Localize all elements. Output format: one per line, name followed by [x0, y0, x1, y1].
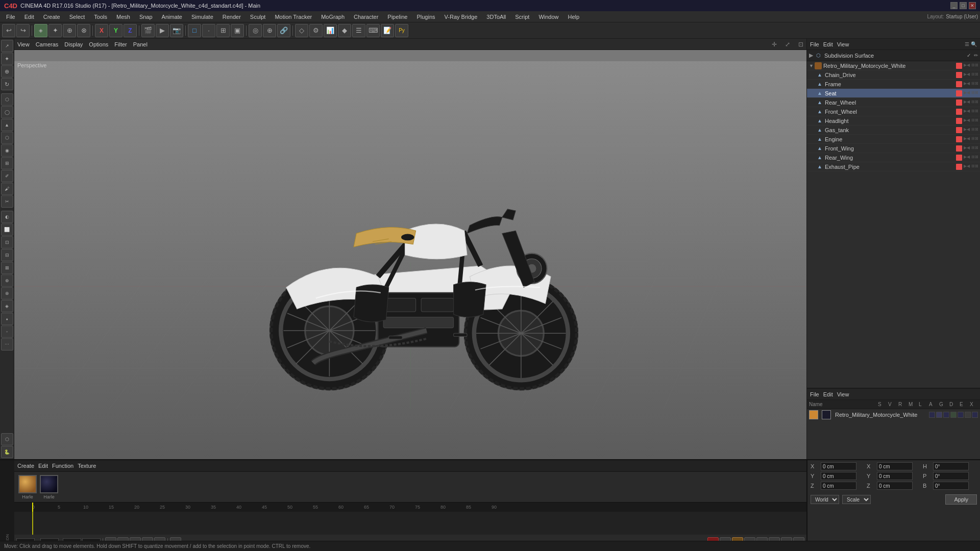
- obj-color-frontwing[interactable]: [956, 145, 962, 152]
- obj-row-frame[interactable]: ▲ Frame ▶◀ ⊞⊠: [807, 80, 980, 89]
- snap-button[interactable]: 🔗: [277, 24, 290, 37]
- tool-knife[interactable]: ✂: [1, 195, 13, 208]
- tool-7[interactable]: ✐: [1, 170, 13, 182]
- tool-g[interactable]: ⬧: [1, 313, 13, 325]
- subdiv-checkmark[interactable]: ✓: [967, 53, 971, 58]
- obj-vis-seat[interactable]: ▶◀: [964, 90, 970, 96]
- obj-lock-headlight[interactable]: ⊞⊠: [971, 118, 978, 124]
- obj-vis-gastank[interactable]: ▶◀: [964, 127, 970, 133]
- subdivision-surface-row[interactable]: ▶ ⬡ Subdivision Surface ✓ ✏: [807, 50, 980, 61]
- materials-button[interactable]: ◆: [338, 24, 351, 37]
- pz-input[interactable]: [877, 482, 913, 490]
- tool-k[interactable]: 🐍: [1, 446, 13, 458]
- obj-color-rearwing[interactable]: [956, 155, 962, 161]
- py-input[interactable]: [877, 472, 913, 480]
- panel-menu[interactable]: Panel: [133, 41, 148, 47]
- obj-vis-rearwheel[interactable]: ▶◀: [964, 99, 970, 106]
- obj-row-frontwing[interactable]: ▲ Front_Wing ▶◀ ⊞⊠: [807, 144, 980, 153]
- z-axis-button[interactable]: Z: [124, 24, 137, 37]
- cameras-menu[interactable]: Cameras: [36, 41, 59, 47]
- scale-button[interactable]: ⊕: [63, 24, 76, 37]
- mat-swatch-item-2[interactable]: Harle: [40, 475, 58, 499]
- obj-row-root[interactable]: ▼ Retro_Military_Motorcycle_White ▶◀ ⊞⊠: [807, 61, 980, 70]
- tool-c[interactable]: ⊠: [1, 262, 13, 274]
- obj-row-frontwheel[interactable]: ▲ Front_Wheel ▶◀ ⊞⊠: [807, 107, 980, 116]
- obj-color-frontwheel[interactable]: [956, 109, 962, 115]
- poly-mode-button[interactable]: ▣: [231, 24, 244, 37]
- obj-lock-frontwing[interactable]: ⊞⊠: [971, 145, 978, 152]
- tool-1[interactable]: ⬡: [1, 93, 13, 106]
- menu-sculpt[interactable]: Sculpt: [246, 13, 270, 21]
- mat-preview-2[interactable]: [40, 475, 58, 493]
- edge-mode-button[interactable]: ⊞: [216, 24, 230, 37]
- apply-button[interactable]: Apply: [945, 494, 977, 505]
- tool-j[interactable]: ⬡: [1, 433, 13, 445]
- obj-lock-seat[interactable]: ⊞⊠: [971, 90, 978, 96]
- tool-select[interactable]: ↗: [1, 40, 13, 52]
- redo-button[interactable]: ↪: [16, 24, 30, 37]
- object-mode-button[interactable]: □: [188, 24, 201, 37]
- obj-color-exhaust[interactable]: [956, 164, 962, 170]
- obj-lock-chain[interactable]: ⊞⊠: [971, 72, 978, 78]
- tool-3[interactable]: ▲: [1, 119, 13, 131]
- menu-mesh[interactable]: Mesh: [112, 13, 134, 21]
- p-input[interactable]: [933, 472, 969, 480]
- tool-f[interactable]: ◈: [1, 300, 13, 312]
- render-region-button[interactable]: 🎬: [141, 24, 155, 37]
- vp-corner-fullscreen[interactable]: ⊡: [798, 41, 803, 48]
- obj-color-frame[interactable]: [956, 81, 962, 87]
- mat-edit-tab[interactable]: Edit: [38, 463, 48, 469]
- undo-button[interactable]: ↩: [2, 24, 15, 37]
- display-menu[interactable]: Display: [64, 41, 83, 47]
- obj-color-chain[interactable]: [956, 72, 962, 78]
- scale-dropdown[interactable]: Scale: [842, 495, 871, 504]
- tool-i[interactable]: ⋯: [1, 338, 13, 350]
- timeline-button[interactable]: 📊: [324, 24, 337, 37]
- script-button[interactable]: 📝: [381, 24, 394, 37]
- tool-move[interactable]: ✦: [1, 53, 13, 65]
- mat-indicator-1[interactable]: [929, 412, 935, 418]
- obj-color-root[interactable]: [956, 63, 962, 69]
- objects-panel-button[interactable]: ◇: [295, 24, 308, 37]
- menu-window[interactable]: Window: [534, 13, 562, 21]
- obj-row-gastank[interactable]: ▲ Gas_tank ▶◀ ⊞⊠: [807, 126, 980, 135]
- menu-file[interactable]: File: [2, 13, 19, 21]
- obj-vis-exhaust[interactable]: ▶◀: [964, 164, 970, 170]
- tool-e[interactable]: ⊗: [1, 287, 13, 299]
- subdiv-edit-icon[interactable]: ✏: [974, 53, 978, 58]
- y-axis-button[interactable]: Y: [109, 24, 122, 37]
- tool-h[interactable]: ◦: [1, 325, 13, 338]
- vp-corner-expand[interactable]: ⤢: [785, 41, 790, 48]
- mat-function-tab[interactable]: Function: [52, 463, 74, 469]
- tool-6[interactable]: ⊞: [1, 157, 13, 169]
- mat-indicator-7[interactable]: [972, 412, 978, 418]
- menu-create[interactable]: Create: [39, 13, 64, 21]
- menu-select[interactable]: Select: [65, 13, 89, 21]
- tool-2[interactable]: ◯: [1, 106, 13, 118]
- attrs-panel-button[interactable]: ⚙: [309, 24, 323, 37]
- menu-mograph[interactable]: MoGraph: [317, 13, 349, 21]
- obj-lock-rearwheel[interactable]: ⊞⊠: [971, 99, 978, 106]
- x-axis-button[interactable]: X: [95, 24, 108, 37]
- menu-pipeline[interactable]: Pipeline: [383, 13, 411, 21]
- tool-b[interactable]: ⊟: [1, 249, 13, 261]
- options-menu[interactable]: Options: [89, 41, 108, 47]
- vp-corner-crosshair[interactable]: ✛: [772, 41, 777, 48]
- obj-lock-root[interactable]: ⊞⊠: [971, 63, 978, 69]
- xray-button[interactable]: ◎: [249, 24, 262, 37]
- obj-expand-root[interactable]: ▼: [809, 63, 814, 68]
- mat-indicator-4[interactable]: [950, 412, 957, 418]
- obj-vis-frontwheel[interactable]: ▶◀: [964, 109, 970, 115]
- menu-plugins[interactable]: Plugins: [412, 13, 439, 21]
- obj-row-headlight[interactable]: ▲ Headlight ▶◀ ⊞⊠: [807, 116, 980, 126]
- live-select-button[interactable]: ◈: [34, 24, 47, 37]
- obj-lock-frontwheel[interactable]: ⊞⊠: [971, 109, 978, 115]
- titlebar-controls[interactable]: _ □ ✕: [950, 2, 976, 9]
- mat-view-menu[interactable]: View: [837, 391, 849, 397]
- material-row[interactable]: Retro_Military_Motorcycle_White: [807, 409, 980, 420]
- timeline-playhead[interactable]: [32, 503, 33, 512]
- obj-vis-chain[interactable]: ▶◀: [964, 72, 970, 78]
- menu-help[interactable]: Help: [564, 13, 584, 21]
- tool-a[interactable]: ⊡: [1, 236, 13, 248]
- obj-file-menu[interactable]: File: [810, 41, 819, 47]
